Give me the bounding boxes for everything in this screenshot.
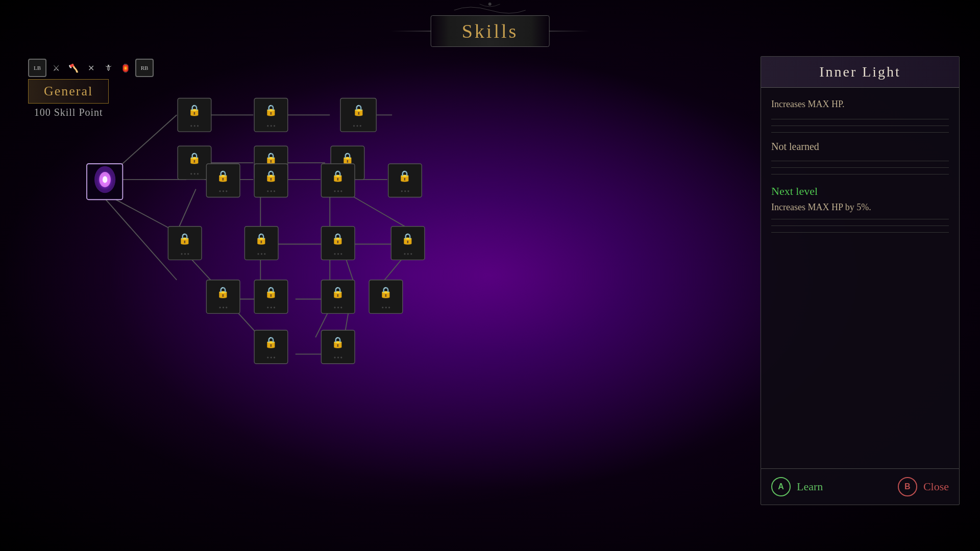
page-title: Skills (462, 20, 519, 42)
divider-9 (771, 232, 949, 233)
weapon-icon-4: 🗡 (101, 60, 116, 76)
learn-button[interactable]: A Learn (771, 477, 823, 496)
title-banner: Skills (431, 15, 550, 47)
weapon-icon-3: ✕ (83, 60, 99, 76)
next-level-desc: Increases MAX HP by 5%. (771, 202, 949, 213)
close-button-label: Close (923, 480, 949, 493)
title-area: Skills (431, 0, 550, 47)
skill-points: 100 Skill Point (28, 107, 109, 118)
nav-bar: LB ⚔ 🪓 ✕ 🗡 🏮 RB (28, 59, 154, 77)
rb-button[interactable]: RB (135, 59, 154, 77)
weapon-icon-1: ⚔ (48, 60, 64, 76)
divider-5 (771, 167, 949, 168)
divider-7 (771, 219, 949, 219)
skill-name: Inner Light (771, 64, 949, 80)
lb-button[interactable]: LB (28, 59, 46, 77)
lantern-icon: 🏮 (118, 60, 133, 76)
skill-description: Increases MAX HP. (771, 98, 949, 111)
close-button[interactable]: B Close (898, 477, 949, 496)
divider-2 (771, 126, 949, 126)
skill-info-body: Increases MAX HP. Not learned Next level… (761, 88, 959, 249)
close-button-icon: B (898, 477, 917, 496)
category-label: General (28, 79, 109, 104)
right-panel: Inner Light Increases MAX HP. Not learne… (761, 56, 960, 510)
divider-3 (771, 132, 949, 133)
learn-button-label: Learn (797, 480, 823, 493)
svg-point-0 (488, 3, 492, 6)
skill-status: Not learned (771, 141, 949, 153)
divider-8 (771, 226, 949, 226)
action-buttons: A Learn B Close (761, 468, 960, 505)
divider-6 (771, 174, 949, 174)
divider-1 (771, 119, 949, 119)
divider-4 (771, 161, 949, 161)
next-level-label: Next level (771, 185, 949, 198)
learn-button-icon: A (771, 477, 791, 496)
skill-info-box: Inner Light Increases MAX HP. Not learne… (761, 56, 960, 469)
weapon-icon-2: 🪓 (66, 60, 81, 76)
general-panel: General 100 Skill Point (28, 79, 109, 118)
skill-info-header: Inner Light (761, 57, 959, 88)
